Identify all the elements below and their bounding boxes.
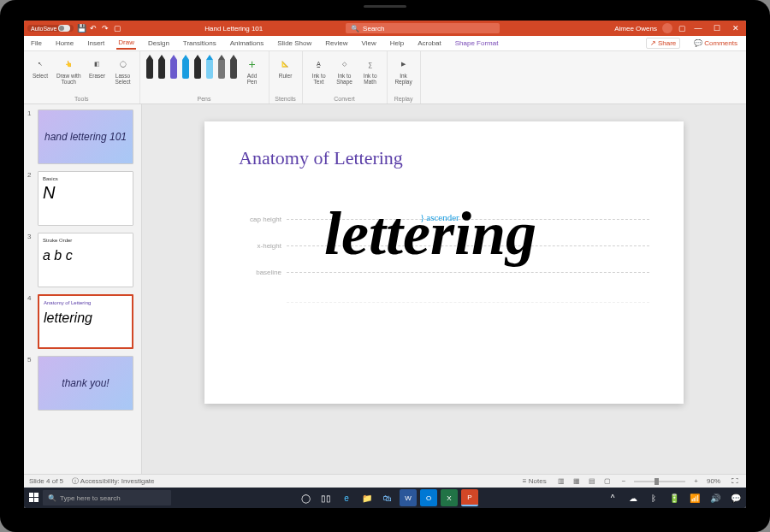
ruler-button[interactable]: 📐 Ruler	[275, 55, 297, 80]
cortana-icon[interactable]: ◯	[297, 489, 314, 506]
sorter-view-icon[interactable]: ▦	[571, 476, 583, 487]
slide[interactable]: Anatomy of Lettering cap height x-height…	[204, 121, 684, 404]
pen-5[interactable]	[193, 55, 202, 80]
start-button[interactable]	[26, 489, 43, 506]
avatar[interactable]	[662, 23, 672, 33]
guide-cap-height: cap height	[239, 216, 287, 223]
search-input[interactable]: 🔍 Search	[346, 23, 500, 33]
edge-icon[interactable]: e	[338, 489, 355, 506]
pen-8[interactable]	[229, 55, 238, 80]
pen-4[interactable]	[181, 55, 190, 80]
word-icon[interactable]: W	[400, 489, 417, 506]
wifi-icon[interactable]: 📶	[686, 489, 703, 506]
thumbnail-4[interactable]: Anatomy of Lettering lettering	[38, 294, 133, 349]
pen-3[interactable]	[169, 55, 178, 80]
tab-slideshow[interactable]: Slide Show	[275, 38, 313, 49]
share-button[interactable]: ↗ Share	[646, 38, 680, 49]
zoom-in-button[interactable]: +	[694, 477, 698, 485]
pen-1[interactable]	[145, 55, 154, 80]
tablet-frame: AutoSave 💾 ↶ ↷ ▢ Hand Lettering 101 🔍 Se…	[0, 0, 770, 532]
pen-2[interactable]	[157, 55, 166, 80]
tab-file[interactable]: File	[29, 38, 44, 49]
ink-to-text-button[interactable]: A̲ Ink to Text	[308, 55, 330, 86]
tab-home[interactable]: Home	[54, 38, 75, 49]
tab-animations[interactable]: Animations	[228, 38, 266, 49]
touch-icon: 👆	[61, 56, 76, 72]
pen-7[interactable]	[217, 55, 226, 80]
search-placeholder: Search	[363, 25, 384, 33]
thumb-preview: hand lettering 101	[38, 110, 133, 163]
draw-touch-tool[interactable]: 👆 Draw with Touch	[55, 55, 83, 86]
tab-draw[interactable]: Draw	[116, 37, 136, 50]
lasso-tool[interactable]: ◯ Lasso Select	[112, 55, 134, 86]
bluetooth-icon[interactable]: ᛒ	[645, 489, 662, 506]
ink-replay-button[interactable]: ▶ Ink Replay	[393, 55, 415, 86]
tab-insert[interactable]: Insert	[86, 38, 106, 49]
reading-view-icon[interactable]: ▤	[586, 476, 598, 487]
excel-icon[interactable]: X	[441, 489, 458, 506]
group-pens: + Add Pen Pens	[140, 51, 270, 103]
add-pen-button[interactable]: + Add Pen	[241, 55, 264, 86]
tab-design[interactable]: Design	[146, 38, 171, 49]
onedrive-icon[interactable]: ☁	[625, 489, 642, 506]
tab-transitions[interactable]: Transitions	[181, 38, 218, 49]
ink-text-icon: A̲	[311, 56, 327, 72]
zoom-out-button[interactable]: −	[622, 477, 626, 485]
thumbnail-5[interactable]: thank you!	[38, 356, 133, 411]
maximize-button[interactable]: ☐	[710, 21, 724, 35]
store-icon[interactable]: 🛍	[379, 489, 396, 506]
normal-view-icon[interactable]: ▥	[555, 476, 567, 487]
save-icon[interactable]: 💾	[77, 24, 86, 33]
battery-icon[interactable]: 🔋	[666, 489, 683, 506]
svg-rect-2	[29, 498, 33, 502]
slide-title: Anatomy of Lettering	[239, 147, 649, 169]
autosave-toggle[interactable]: AutoSave	[27, 25, 74, 32]
zoom-slider[interactable]	[634, 481, 685, 482]
powerpoint-icon[interactable]: P	[461, 489, 478, 506]
taskbar-search[interactable]: 🔍 Type here to search	[43, 490, 171, 505]
explorer-icon[interactable]: 📁	[358, 489, 376, 506]
tray-chevron-icon[interactable]: ^	[604, 489, 621, 506]
volume-icon[interactable]: 🔊	[707, 489, 724, 506]
comments-button[interactable]: 💬 Comments	[690, 38, 741, 48]
redo-icon[interactable]: ↷	[101, 24, 110, 33]
ribbon-display-icon[interactable]: ▢	[678, 24, 686, 33]
thumbnail-3[interactable]: Stroke Order a b c	[38, 233, 133, 287]
pen-6[interactable]	[205, 55, 214, 80]
taskview-icon[interactable]: ▯▯	[317, 489, 335, 506]
share-label: Share	[658, 39, 676, 47]
undo-icon[interactable]: ↶	[89, 24, 98, 33]
ink-to-math-button[interactable]: ∑ Ink to Math	[359, 55, 382, 86]
tab-view[interactable]: View	[360, 38, 378, 49]
tab-shape-format[interactable]: Shape Format	[453, 38, 500, 49]
close-button[interactable]: ✕	[729, 21, 743, 35]
ribbon: ↖ Select 👆 Draw with Touch ◧ Eraser ◯ La…	[24, 51, 746, 104]
slide-canvas-area[interactable]: Anatomy of Lettering cap height x-height…	[142, 104, 746, 474]
present-icon[interactable]: ▢	[113, 24, 121, 33]
tab-review[interactable]: Review	[323, 38, 349, 49]
group-label: Convert	[334, 96, 355, 102]
lasso-icon: ◯	[116, 56, 131, 72]
notes-button[interactable]: ≡ Notes	[523, 477, 547, 485]
titlebar: AutoSave 💾 ↶ ↷ ▢ Hand Lettering 101 🔍 Se…	[24, 21, 746, 36]
thumbnail-1[interactable]: hand lettering 101	[38, 109, 133, 164]
slideshow-view-icon[interactable]: ▢	[601, 476, 613, 487]
screen: AutoSave 💾 ↶ ↷ ▢ Hand Lettering 101 🔍 Se…	[24, 21, 746, 508]
outlook-icon[interactable]: O	[420, 489, 437, 506]
user-name: Aimee Owens	[614, 25, 657, 33]
tab-acrobat[interactable]: Acrobat	[416, 38, 443, 49]
notifications-icon[interactable]: 💬	[727, 489, 744, 506]
ink-to-shape-button[interactable]: ◇ Ink to Shape	[334, 55, 356, 86]
minimize-button[interactable]: —	[691, 21, 705, 35]
comments-label: Comments	[704, 39, 737, 47]
thumb-preview: Stroke Order a b c	[38, 233, 133, 287]
tab-help[interactable]: Help	[388, 38, 406, 49]
thumb-number: 1	[27, 109, 34, 164]
accessibility-status[interactable]: ⓘ Accessibility: Investigate	[72, 476, 154, 486]
group-label: Stencils	[275, 96, 296, 102]
taskbar-search-placeholder: Type here to search	[60, 494, 121, 502]
thumbnail-2[interactable]: Basics N	[38, 171, 133, 226]
fit-window-icon[interactable]: ⛶	[729, 476, 741, 487]
select-tool[interactable]: ↖ Select	[29, 55, 51, 80]
eraser-tool[interactable]: ◧ Eraser	[86, 55, 109, 80]
